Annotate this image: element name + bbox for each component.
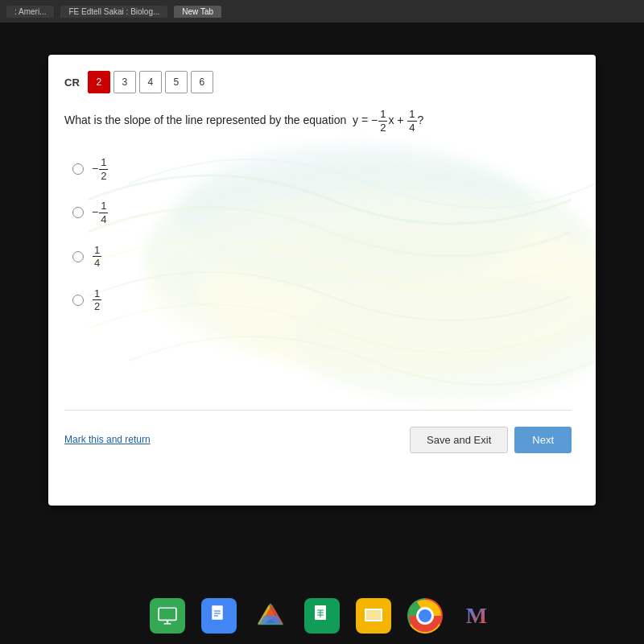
radio-c[interactable]: [72, 251, 84, 262]
gmail-m-letter: M: [466, 603, 487, 629]
docs-icon[interactable]: [201, 598, 237, 634]
option-a-label: −12: [92, 156, 109, 182]
nav-btn-4[interactable]: 4: [139, 71, 162, 93]
options-list: −12 −14 14 12: [72, 156, 572, 313]
question-nav: CR 2 3 4 5 6: [64, 71, 572, 93]
option-a[interactable]: −12: [72, 156, 572, 182]
next-button[interactable]: Next: [514, 427, 572, 453]
option-d-label: 12: [92, 287, 102, 313]
slides-icon[interactable]: [356, 598, 391, 634]
radio-a[interactable]: [72, 163, 84, 175]
option-b-label: −14: [92, 200, 109, 225]
frac-half-neg: 12: [378, 108, 387, 134]
nav-btn-2[interactable]: 2: [88, 71, 110, 93]
action-buttons: Save and Exit Next: [410, 427, 572, 453]
chrome-icon[interactable]: [407, 598, 443, 634]
nav-btn-6[interactable]: 6: [191, 71, 213, 93]
svg-rect-5: [159, 608, 176, 620]
taskbar: M: [0, 588, 644, 644]
svg-rect-24: [366, 610, 381, 620]
nav-label: CR: [64, 76, 80, 89]
option-c-label: 14: [92, 244, 102, 270]
sheets-icon[interactable]: [304, 598, 340, 634]
question-text: What is the slope of the line represente…: [64, 108, 572, 134]
svg-point-26: [417, 608, 433, 624]
option-b[interactable]: −14: [72, 200, 572, 225]
tab-newtab[interactable]: New Tab: [174, 6, 221, 18]
frac-quarter: 14: [407, 108, 416, 134]
mark-return-link[interactable]: Mark this and return: [64, 434, 151, 445]
option-c[interactable]: 14: [72, 244, 572, 270]
option-d[interactable]: 12: [72, 287, 572, 313]
screen: CR 2 3 4 5 6 What is the slope of the li…: [0, 23, 644, 644]
radio-b[interactable]: [72, 207, 84, 218]
bottom-bar: Mark this and return Save and Exit Next: [64, 410, 572, 453]
tab-ameri[interactable]: : Ameri...: [6, 6, 54, 18]
svg-point-27: [419, 610, 431, 621]
nav-btn-3[interactable]: 3: [114, 71, 136, 93]
radio-d[interactable]: [72, 295, 84, 306]
drive-icon[interactable]: [253, 598, 288, 634]
svg-rect-8: [212, 605, 223, 620]
gmail-icon[interactable]: M: [459, 598, 494, 634]
browser-bar: : Ameri... FE Edtell Sakai : Biolog... N…: [0, 0, 644, 23]
tab-edtell[interactable]: FE Edtell Sakai : Biolog...: [60, 6, 167, 18]
nav-btn-5[interactable]: 5: [165, 71, 188, 93]
save-exit-button[interactable]: Save and Exit: [410, 427, 508, 453]
classroom-icon[interactable]: [150, 598, 185, 634]
quiz-card: CR 2 3 4 5 6 What is the slope of the li…: [48, 55, 596, 506]
